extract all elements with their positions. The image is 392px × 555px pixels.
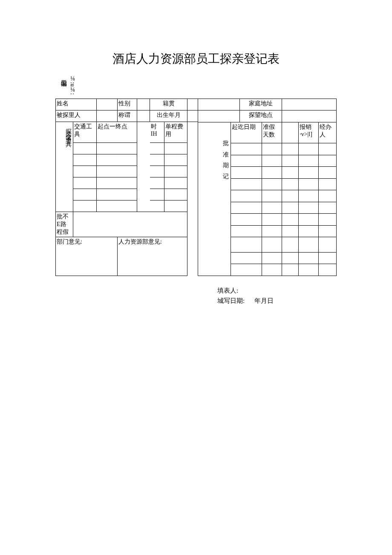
rh-5[interactable] [318,190,336,202]
rg-11[interactable] [282,264,299,276]
rdays-10[interactable] [262,252,282,264]
tool-1[interactable] [73,142,97,154]
rdays-7[interactable] [262,214,282,225]
rg-9[interactable] [282,237,299,253]
time-2[interactable] [150,154,164,166]
fare-4[interactable] [164,177,187,189]
fare-1[interactable] [164,142,187,154]
time-5[interactable] [150,189,164,200]
rd-6[interactable] [231,202,262,213]
rd-1[interactable] [231,143,262,155]
days-label: 准假天数 [262,122,282,143]
rr-4[interactable] [299,178,319,190]
rdays-4[interactable] [262,178,282,190]
rh-3[interactable] [318,167,336,178]
rr-5[interactable] [299,190,319,202]
rdays-3[interactable] [262,167,282,178]
route-5[interactable] [96,189,137,200]
r1-gap [198,99,240,110]
tool-4[interactable] [73,177,97,189]
page-title: 酒店人力资源部员工探亲登记表 [55,51,337,67]
footer: 填表人: 城写日期: 年月日 [217,285,337,306]
filler-label: 填表人: [217,287,238,294]
rdays-9[interactable] [262,237,282,253]
rr-2[interactable] [299,155,319,166]
rg-1[interactable] [282,143,299,155]
rd-11[interactable] [231,264,262,276]
rdays-11[interactable] [262,264,282,276]
rg-5[interactable] [282,190,299,202]
time-1[interactable] [150,142,164,154]
rd-3[interactable] [231,167,262,178]
rdays-1[interactable] [262,143,282,155]
rg-7[interactable] [282,214,299,225]
rr-11[interactable] [299,264,319,276]
route-2[interactable] [96,154,137,166]
rd-7[interactable] [231,214,262,225]
approve-value[interactable] [73,212,187,237]
relation-value[interactable] [137,110,150,122]
rd-10[interactable] [231,252,262,264]
visitee-value[interactable] [96,110,117,122]
rh-4[interactable] [318,178,336,190]
rh-11[interactable] [318,264,336,276]
rr-9[interactable] [299,237,319,253]
rg-2[interactable] [282,155,299,166]
rdays-8[interactable] [262,225,282,237]
rh-9[interactable] [318,237,336,253]
rd-8[interactable] [231,225,262,237]
tool-5[interactable] [73,189,97,200]
tool-2[interactable] [73,154,97,166]
rg-6[interactable] [282,202,299,213]
rdays-2[interactable] [262,155,282,166]
rh-7[interactable] [318,214,336,225]
rg-3[interactable] [282,167,299,178]
rg-8[interactable] [282,225,299,237]
rh-8[interactable] [318,225,336,237]
rd-4[interactable] [231,178,262,190]
rr-7[interactable] [299,214,319,225]
tool-3[interactable] [73,166,97,177]
rr-6[interactable] [299,202,319,213]
route-1[interactable] [96,142,137,154]
rr-8[interactable] [299,225,319,237]
rr-10[interactable] [299,252,319,264]
rdays-6[interactable] [262,202,282,213]
fare-6[interactable] [164,200,187,212]
time-6[interactable] [150,200,164,212]
tool-6[interactable] [73,200,97,212]
visitplace-value[interactable] [282,110,337,122]
name-value[interactable] [96,99,117,110]
rr-1[interactable] [299,143,319,155]
dob-value[interactable] [187,110,198,122]
route-4[interactable] [96,177,137,189]
fare-3[interactable] [164,166,187,177]
approve-label: 批不E路程假 [56,212,73,237]
native-value[interactable] [187,99,198,110]
fare-2[interactable] [164,154,187,166]
rh-10[interactable] [318,252,336,264]
handler-label: 经办人 [318,122,336,143]
rh-2[interactable] [318,155,336,166]
rh-1[interactable] [318,143,336,155]
rg-4[interactable] [282,178,299,190]
rdays-5[interactable] [262,190,282,202]
addr-value[interactable] [282,99,337,110]
dept-opinion-label[interactable]: 部门意见: [56,237,118,276]
fare-5[interactable] [164,189,187,200]
rg-10[interactable] [282,252,299,264]
name-label: 姓名 [56,99,97,110]
time-4[interactable] [150,177,164,189]
hr-opinion-label[interactable]: 人力资源部意见: [117,237,187,276]
gender-value[interactable] [137,99,150,110]
route-3[interactable] [96,166,137,177]
rr-3[interactable] [299,167,319,178]
transport-tool-label: 交通工具 [73,122,97,142]
rd-9[interactable] [231,237,262,253]
rh-6[interactable] [318,202,336,213]
rd-2[interactable] [231,155,262,166]
rd-5[interactable] [231,190,262,202]
gender-label: 性别 [117,99,137,110]
time-3[interactable] [150,166,164,177]
route-6[interactable] [96,200,137,212]
